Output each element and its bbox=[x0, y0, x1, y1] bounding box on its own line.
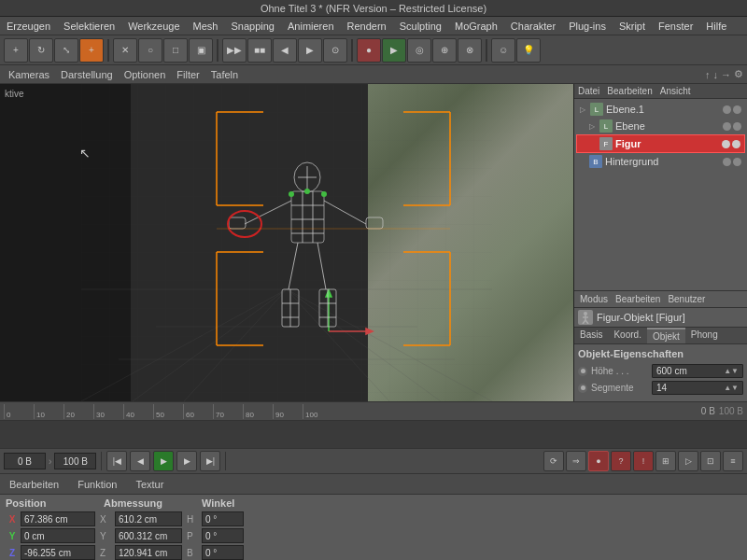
btn-play[interactable]: ▶ bbox=[153, 451, 174, 471]
pos-x-input[interactable] bbox=[21, 511, 95, 526]
toolbar-btn-add[interactable]: + bbox=[79, 38, 104, 63]
btn-marker[interactable]: ● bbox=[588, 451, 609, 471]
pos-y-input[interactable] bbox=[21, 528, 95, 543]
objects-panel-header: Datei Bearbeiten Ansicht bbox=[574, 84, 747, 99]
menu-charakter[interactable]: Charakter bbox=[504, 17, 562, 35]
btn-question[interactable]: ? bbox=[611, 451, 631, 471]
tb2-icon-down[interactable]: ↓ bbox=[713, 69, 719, 80]
tab-objekt[interactable]: Objekt bbox=[647, 328, 685, 343]
toolbar-btn-square[interactable]: □ bbox=[163, 38, 188, 63]
menu-plugins[interactable]: Plug-ins bbox=[562, 17, 613, 35]
btn-loop[interactable]: ⟳ bbox=[543, 451, 564, 471]
toolbar-btn-render[interactable]: ▶ bbox=[382, 38, 406, 63]
toolbar-btn-obj2[interactable]: ⊕ bbox=[432, 38, 457, 63]
win-p-input[interactable] bbox=[202, 528, 244, 543]
tb2-kameras[interactable]: Kameras bbox=[4, 65, 54, 83]
toolbar-btn-obj-icon[interactable]: ☺ bbox=[491, 38, 515, 63]
toolbar-btn-obj1[interactable]: ◎ bbox=[407, 38, 431, 63]
btn-anim-settings[interactable]: ⊡ bbox=[700, 451, 721, 471]
mode-btn-bearbeiten[interactable]: Bearbeiten bbox=[615, 294, 660, 304]
btn-preview[interactable]: ▷ bbox=[678, 451, 698, 471]
edit-btn-funktion[interactable]: Funktion bbox=[72, 479, 122, 490]
menu-mograph[interactable]: MoGraph bbox=[448, 17, 504, 35]
expand-icon-ebene1: ▷ bbox=[580, 105, 587, 114]
timeline-track[interactable] bbox=[0, 421, 747, 448]
obj-item-ebene1[interactable]: ▷ L Ebene.1 bbox=[576, 101, 745, 118]
toolbar-btn-anim4[interactable]: ▶ bbox=[298, 38, 322, 63]
toolbar-btn-render-preview[interactable]: ● bbox=[357, 38, 381, 63]
win-b-input[interactable] bbox=[202, 545, 244, 560]
props-value-hohe[interactable]: 600 cm ▲▼ bbox=[652, 364, 743, 378]
objects-header-ansicht[interactable]: Ansicht bbox=[660, 86, 691, 96]
menu-skript[interactable]: Skript bbox=[613, 17, 652, 35]
btn-snap[interactable]: ⊞ bbox=[655, 451, 676, 471]
toolbar-btn-scale[interactable]: ⤡ bbox=[54, 38, 78, 63]
tb2-filter[interactable]: Filter bbox=[172, 65, 204, 83]
props-value-segmente[interactable]: 14 ▲▼ bbox=[652, 381, 743, 395]
obj-item-ebene[interactable]: ▷ L Ebene bbox=[576, 118, 745, 134]
props-row-segmente: Segmente 14 ▲▼ bbox=[578, 381, 743, 395]
tab-basis[interactable]: Basis bbox=[574, 328, 608, 343]
toolbar-btn-anim3[interactable]: ◀ bbox=[273, 38, 297, 63]
tab-phong[interactable]: Phong bbox=[685, 328, 724, 343]
tab-koord[interactable]: Koord. bbox=[608, 328, 646, 343]
btn-next-keyframe[interactable]: ▶| bbox=[200, 451, 220, 471]
toolbar-btn-light[interactable]: 💡 bbox=[516, 38, 541, 63]
tb2-icon-right[interactable]: → bbox=[721, 69, 731, 80]
toolbar-btn-anim2[interactable]: ■■ bbox=[247, 38, 272, 63]
win-b-label: B bbox=[187, 548, 200, 558]
abm-x-input[interactable] bbox=[115, 511, 182, 526]
frame-start-input[interactable] bbox=[4, 453, 46, 469]
menu-rendern[interactable]: Rendern bbox=[341, 17, 393, 35]
edit-btn-textur[interactable]: Textur bbox=[130, 479, 169, 490]
pos-z-input[interactable] bbox=[21, 545, 95, 560]
menu-fenster[interactable]: Fenster bbox=[652, 17, 699, 35]
toolbar-btn-rotate[interactable]: ↻ bbox=[29, 38, 53, 63]
pos-axis-y: Y bbox=[6, 529, 19, 542]
mode-btn-modus[interactable]: Modus bbox=[580, 294, 608, 304]
transport-sep-1 bbox=[101, 452, 102, 470]
toolbar-btn-obj3[interactable]: ⊗ bbox=[458, 38, 482, 63]
toolbar-btn-anim5[interactable]: ⊙ bbox=[323, 38, 347, 63]
toolbar-sep-2 bbox=[217, 39, 218, 62]
btn-warning[interactable]: ! bbox=[633, 451, 654, 471]
viewport[interactable]: ↖ ktive bbox=[0, 84, 574, 401]
menu-erzeugen[interactable]: Erzeugen bbox=[0, 17, 57, 35]
tb2-icon-up[interactable]: ↑ bbox=[705, 69, 711, 80]
timeline-ruler[interactable]: 0 10 20 30 40 50 60 70 80 90 100 0 B 100… bbox=[0, 402, 747, 421]
btn-prev-keyframe[interactable]: |◀ bbox=[106, 451, 127, 471]
edit-btn-bearbeiten[interactable]: Bearbeiten bbox=[4, 479, 64, 490]
toolbar-btn-x[interactable]: ✕ bbox=[113, 38, 137, 63]
btn-prev-frame[interactable]: ◀ bbox=[130, 451, 150, 471]
mode-btn-benutzer[interactable]: Benutzer bbox=[668, 294, 705, 304]
toolbar-btn-circle[interactable]: ○ bbox=[138, 38, 162, 63]
obj-item-hintergrund[interactable]: B Hintergrund bbox=[576, 153, 745, 170]
toolbar-btn-move[interactable]: + bbox=[4, 38, 28, 63]
menu-mesh[interactable]: Mesh bbox=[187, 17, 225, 35]
btn-next-frame[interactable]: ▶ bbox=[176, 451, 197, 471]
transport-sep-2 bbox=[225, 452, 226, 470]
objects-header-datei[interactable]: Datei bbox=[578, 86, 599, 96]
abm-z-input[interactable] bbox=[115, 545, 182, 560]
menu-selektieren[interactable]: Selektieren bbox=[57, 17, 121, 35]
obj-item-figur[interactable]: F Figur bbox=[576, 134, 745, 153]
btn-transport-icon2[interactable]: ⇒ bbox=[566, 451, 586, 471]
toolbar-btn-box[interactable]: ▣ bbox=[189, 38, 213, 63]
btn-timeline-toggle[interactable]: ≡ bbox=[723, 451, 743, 471]
tb2-tafeln[interactable]: Tafeln bbox=[206, 65, 243, 83]
menu-werkzeuge[interactable]: Werkzeuge bbox=[121, 17, 186, 35]
toolbar: + ↻ ⤡ + ✕ ○ □ ▣ ▶▶ ■■ ◀ ▶ ⊙ ● ▶ ◎ ⊕ ⊗ ☺ … bbox=[0, 35, 747, 65]
objects-header-bearbeiten[interactable]: Bearbeiten bbox=[607, 86, 652, 96]
tb2-optionen[interactable]: Optionen bbox=[120, 65, 171, 83]
menu-sculpting[interactable]: Sculpting bbox=[393, 17, 448, 35]
abm-y-input[interactable] bbox=[115, 528, 182, 543]
menu-snapping[interactable]: Snapping bbox=[224, 17, 281, 35]
menu-hilfe[interactable]: Hilfe bbox=[699, 17, 733, 35]
frame-end-input[interactable] bbox=[54, 453, 96, 469]
obj-dots-figur bbox=[722, 140, 740, 148]
tb2-icon-settings[interactable]: ⚙ bbox=[734, 68, 743, 80]
tb2-darstellung[interactable]: Darstellung bbox=[56, 65, 118, 83]
toolbar-btn-anim1[interactable]: ▶▶ bbox=[222, 38, 247, 63]
win-h-input[interactable] bbox=[202, 511, 244, 526]
menu-animieren[interactable]: Animieren bbox=[281, 17, 341, 35]
